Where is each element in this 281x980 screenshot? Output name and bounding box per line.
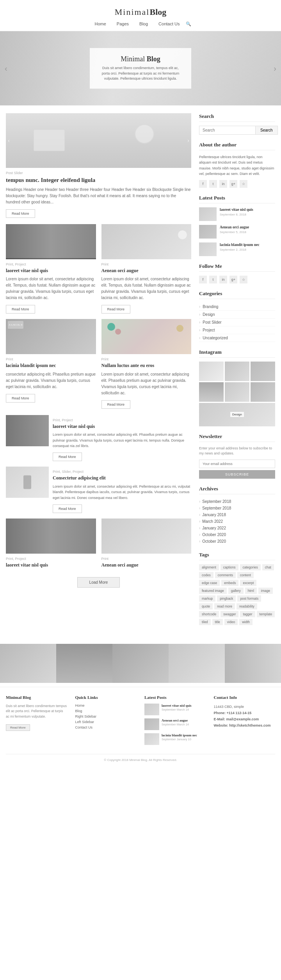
sidebar-archives-title: Archives bbox=[199, 486, 275, 494]
tag-chat[interactable]: chat bbox=[262, 564, 274, 570]
tag-image[interactable]: image bbox=[258, 588, 273, 594]
archive-item-2[interactable]: September 2018 bbox=[199, 505, 275, 511]
hero-next-button[interactable]: › bbox=[274, 64, 276, 73]
insta-item-2[interactable] bbox=[225, 362, 249, 381]
inline-post-2: Print, Slider, Project Consectetur adipi… bbox=[6, 467, 191, 513]
tag-captions[interactable]: captions bbox=[221, 564, 238, 570]
tag-pingback[interactable]: pingback bbox=[217, 595, 236, 602]
post-title-2: Aenean orci augue bbox=[101, 268, 192, 274]
linkedin-icon[interactable]: in bbox=[219, 180, 227, 188]
nav-blog[interactable]: Blog bbox=[139, 21, 148, 26]
tag-post-formats[interactable]: post formats bbox=[237, 595, 261, 602]
footer-post-title-2: Aenean orci augue bbox=[162, 718, 189, 723]
follow-linkedin-icon[interactable]: in bbox=[219, 276, 227, 283]
tag-readability[interactable]: readability bbox=[237, 603, 257, 609]
follow-social-icons: f t in g+ ☆ bbox=[199, 276, 275, 283]
tag-comments[interactable]: comments bbox=[215, 572, 236, 578]
insta-item-6[interactable] bbox=[251, 382, 275, 402]
post-read-more-1[interactable]: Read More bbox=[6, 305, 35, 314]
archive-item-4[interactable]: March 2022 bbox=[199, 518, 275, 525]
footer-read-more-button[interactable]: Read More bbox=[6, 724, 30, 731]
tag-tiled[interactable]: tiled bbox=[199, 619, 211, 625]
footer-link-right-sidebar[interactable]: Right Sidebar bbox=[75, 715, 137, 718]
nav-home[interactable]: Home bbox=[95, 21, 106, 26]
tag-read-more[interactable]: read more bbox=[214, 603, 235, 609]
archive-item-7[interactable]: October 2020 bbox=[199, 538, 275, 545]
insta-item-3[interactable] bbox=[251, 362, 275, 381]
search-input[interactable] bbox=[199, 126, 256, 135]
tag-content[interactable]: content bbox=[237, 572, 254, 578]
inline-read-more-2[interactable]: Read More bbox=[53, 504, 82, 513]
category-item-post-slider[interactable]: Post Slider bbox=[199, 319, 275, 326]
tag-video[interactable]: video bbox=[224, 619, 238, 625]
insta-item-1[interactable] bbox=[199, 362, 224, 381]
footer-link-contact[interactable]: Contact Us bbox=[75, 725, 137, 729]
latest-post-item-3: lacinia blandit ipsum nec September 2, 2… bbox=[199, 242, 275, 256]
inline-post-title-1: laoreet vitae nisl quis bbox=[53, 424, 191, 430]
tag-shortcode[interactable]: shortcode bbox=[199, 611, 219, 617]
follow-googleplus-icon[interactable]: g+ bbox=[229, 276, 237, 283]
contact-email-row: E-Mail: mail@example.com bbox=[214, 716, 276, 722]
tag-quote[interactable]: quote bbox=[199, 603, 213, 609]
tag-gallery[interactable]: gallery bbox=[228, 588, 244, 594]
instagram-grid: Design bbox=[199, 362, 275, 426]
tag-excerpt[interactable]: excerpt bbox=[240, 580, 256, 586]
footer-col1-text: Duis sit amet libero condimentum tempus … bbox=[6, 704, 68, 720]
footer-link-home[interactable]: Home bbox=[75, 704, 137, 707]
insta-item-7[interactable]: Design bbox=[199, 403, 275, 426]
archive-item-5[interactable]: January 2022 bbox=[199, 525, 275, 531]
tag-categories[interactable]: categories bbox=[240, 564, 261, 570]
footer-link-blog[interactable]: Blog bbox=[75, 709, 137, 713]
category-item-project[interactable]: Project bbox=[199, 326, 275, 334]
tag-template[interactable]: template bbox=[257, 611, 275, 617]
archive-item-1[interactable]: September 2018 bbox=[199, 498, 275, 505]
featured-post-meta: Post Slider bbox=[6, 171, 191, 175]
tag-html[interactable]: html bbox=[245, 588, 257, 594]
featured-next-icon[interactable]: › bbox=[187, 137, 189, 144]
tag-width[interactable]: width bbox=[239, 619, 253, 625]
category-item-design[interactable]: Design bbox=[199, 311, 275, 319]
post-read-more-4[interactable]: Read More bbox=[101, 400, 131, 409]
tag-embeds[interactable]: embeds bbox=[221, 580, 238, 586]
tag-swagger[interactable]: swagger bbox=[221, 611, 238, 617]
hero-prev-button[interactable]: ‹ bbox=[5, 64, 7, 73]
follow-twitter-icon[interactable]: t bbox=[209, 276, 217, 283]
tag-featured-image[interactable]: featured image bbox=[199, 588, 227, 594]
post-read-more-3[interactable]: Read More bbox=[6, 394, 35, 403]
load-more-button[interactable]: Load More bbox=[77, 577, 120, 588]
tag-markup[interactable]: markup bbox=[199, 595, 215, 602]
gallery-item-1 bbox=[0, 644, 56, 683]
gallery-strip bbox=[0, 644, 281, 683]
tag-tagger[interactable]: tagger bbox=[240, 611, 255, 617]
search-icon[interactable]: 🔍 bbox=[186, 21, 191, 26]
follow-rss-icon[interactable]: ☆ bbox=[240, 276, 247, 283]
archive-item-3[interactable]: January 2018 bbox=[199, 511, 275, 518]
inline-post-content-1: Print, Project laoreet vitae nisl quis L… bbox=[53, 415, 191, 461]
tag-alignment[interactable]: alignment bbox=[199, 564, 219, 570]
insta-item-4[interactable] bbox=[199, 382, 224, 402]
insta-item-5[interactable] bbox=[225, 382, 249, 402]
tag-codes[interactable]: codes bbox=[199, 572, 213, 578]
tag-edge-case[interactable]: edge case bbox=[199, 580, 220, 586]
footer-link-left-sidebar[interactable]: Left Sidebar bbox=[75, 720, 137, 724]
rss-icon[interactable]: ☆ bbox=[240, 180, 247, 188]
search-button[interactable]: Search bbox=[256, 126, 278, 135]
nav-pages[interactable]: Pages bbox=[117, 21, 129, 26]
category-item-branding[interactable]: Branding bbox=[199, 303, 275, 311]
facebook-icon[interactable]: f bbox=[199, 180, 207, 188]
follow-facebook-icon[interactable]: f bbox=[199, 276, 207, 283]
footer-post-thumb-3 bbox=[144, 733, 159, 745]
nav-contact[interactable]: Contact Us bbox=[158, 21, 180, 26]
subscribe-button[interactable]: SUBSCRIBE bbox=[199, 470, 275, 479]
featured-prev-icon[interactable]: ‹ bbox=[8, 137, 10, 144]
googleplus-icon[interactable]: g+ bbox=[229, 180, 237, 188]
tag-title[interactable]: title bbox=[212, 619, 223, 625]
featured-read-more-button[interactable]: Read More bbox=[6, 209, 35, 218]
twitter-icon[interactable]: t bbox=[209, 180, 217, 188]
post-read-more-2[interactable]: Read More bbox=[101, 305, 131, 314]
category-item-uncategorized[interactable]: Uncategorized bbox=[199, 334, 275, 342]
newsletter-email-input[interactable] bbox=[199, 460, 275, 468]
inline-read-more-1[interactable]: Read More bbox=[53, 453, 82, 461]
post-thumb-3: A·LNCOL·E bbox=[6, 319, 96, 354]
archive-item-6[interactable]: October 2020 bbox=[199, 531, 275, 538]
